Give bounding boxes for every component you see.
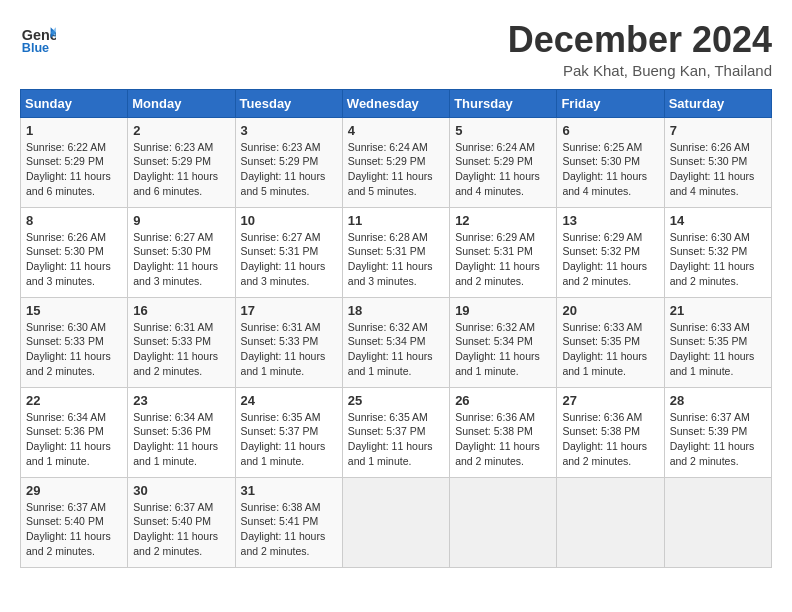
cell-info: Sunrise: 6:24 AMSunset: 5:29 PMDaylight:…	[348, 141, 433, 197]
calendar-cell: 5 Sunrise: 6:24 AMSunset: 5:29 PMDayligh…	[450, 117, 557, 207]
calendar-cell: 21 Sunrise: 6:33 AMSunset: 5:35 PMDaylig…	[664, 297, 771, 387]
title-block: December 2024 Pak Khat, Bueng Kan, Thail…	[508, 20, 772, 79]
day-number: 15	[26, 303, 122, 318]
page-header: General Blue December 2024 Pak Khat, Bue…	[20, 20, 772, 79]
day-header-monday: Monday	[128, 89, 235, 117]
calendar-cell	[342, 477, 449, 567]
day-number: 7	[670, 123, 766, 138]
calendar-week-4: 22 Sunrise: 6:34 AMSunset: 5:36 PMDaylig…	[21, 387, 772, 477]
month-title: December 2024	[508, 20, 772, 60]
calendar-table: SundayMondayTuesdayWednesdayThursdayFrid…	[20, 89, 772, 568]
calendar-cell: 3 Sunrise: 6:23 AMSunset: 5:29 PMDayligh…	[235, 117, 342, 207]
cell-info: Sunrise: 6:31 AMSunset: 5:33 PMDaylight:…	[241, 321, 326, 377]
calendar-cell: 22 Sunrise: 6:34 AMSunset: 5:36 PMDaylig…	[21, 387, 128, 477]
day-header-sunday: Sunday	[21, 89, 128, 117]
day-number: 8	[26, 213, 122, 228]
calendar-week-1: 1 Sunrise: 6:22 AMSunset: 5:29 PMDayligh…	[21, 117, 772, 207]
cell-info: Sunrise: 6:26 AMSunset: 5:30 PMDaylight:…	[26, 231, 111, 287]
calendar-cell: 7 Sunrise: 6:26 AMSunset: 5:30 PMDayligh…	[664, 117, 771, 207]
calendar-cell	[664, 477, 771, 567]
day-number: 23	[133, 393, 229, 408]
calendar-cell: 25 Sunrise: 6:35 AMSunset: 5:37 PMDaylig…	[342, 387, 449, 477]
day-number: 29	[26, 483, 122, 498]
svg-text:Blue: Blue	[22, 41, 49, 55]
cell-info: Sunrise: 6:36 AMSunset: 5:38 PMDaylight:…	[562, 411, 647, 467]
cell-info: Sunrise: 6:27 AMSunset: 5:31 PMDaylight:…	[241, 231, 326, 287]
day-header-saturday: Saturday	[664, 89, 771, 117]
cell-info: Sunrise: 6:22 AMSunset: 5:29 PMDaylight:…	[26, 141, 111, 197]
day-number: 26	[455, 393, 551, 408]
cell-info: Sunrise: 6:29 AMSunset: 5:32 PMDaylight:…	[562, 231, 647, 287]
calendar-cell: 19 Sunrise: 6:32 AMSunset: 5:34 PMDaylig…	[450, 297, 557, 387]
day-number: 20	[562, 303, 658, 318]
day-number: 11	[348, 213, 444, 228]
day-number: 17	[241, 303, 337, 318]
cell-info: Sunrise: 6:24 AMSunset: 5:29 PMDaylight:…	[455, 141, 540, 197]
day-number: 13	[562, 213, 658, 228]
cell-info: Sunrise: 6:34 AMSunset: 5:36 PMDaylight:…	[26, 411, 111, 467]
cell-info: Sunrise: 6:36 AMSunset: 5:38 PMDaylight:…	[455, 411, 540, 467]
calendar-cell: 26 Sunrise: 6:36 AMSunset: 5:38 PMDaylig…	[450, 387, 557, 477]
cell-info: Sunrise: 6:23 AMSunset: 5:29 PMDaylight:…	[241, 141, 326, 197]
day-number: 3	[241, 123, 337, 138]
location: Pak Khat, Bueng Kan, Thailand	[508, 62, 772, 79]
day-number: 2	[133, 123, 229, 138]
calendar-cell: 28 Sunrise: 6:37 AMSunset: 5:39 PMDaylig…	[664, 387, 771, 477]
calendar-cell	[557, 477, 664, 567]
day-number: 27	[562, 393, 658, 408]
cell-info: Sunrise: 6:31 AMSunset: 5:33 PMDaylight:…	[133, 321, 218, 377]
day-number: 9	[133, 213, 229, 228]
day-number: 28	[670, 393, 766, 408]
calendar-cell: 6 Sunrise: 6:25 AMSunset: 5:30 PMDayligh…	[557, 117, 664, 207]
cell-info: Sunrise: 6:28 AMSunset: 5:31 PMDaylight:…	[348, 231, 433, 287]
day-number: 31	[241, 483, 337, 498]
day-number: 22	[26, 393, 122, 408]
day-header-wednesday: Wednesday	[342, 89, 449, 117]
day-number: 4	[348, 123, 444, 138]
day-number: 5	[455, 123, 551, 138]
day-number: 14	[670, 213, 766, 228]
cell-info: Sunrise: 6:33 AMSunset: 5:35 PMDaylight:…	[562, 321, 647, 377]
day-number: 25	[348, 393, 444, 408]
calendar-cell: 24 Sunrise: 6:35 AMSunset: 5:37 PMDaylig…	[235, 387, 342, 477]
calendar-cell: 8 Sunrise: 6:26 AMSunset: 5:30 PMDayligh…	[21, 207, 128, 297]
day-number: 12	[455, 213, 551, 228]
calendar-week-5: 29 Sunrise: 6:37 AMSunset: 5:40 PMDaylig…	[21, 477, 772, 567]
day-number: 10	[241, 213, 337, 228]
calendar-cell: 20 Sunrise: 6:33 AMSunset: 5:35 PMDaylig…	[557, 297, 664, 387]
cell-info: Sunrise: 6:30 AMSunset: 5:32 PMDaylight:…	[670, 231, 755, 287]
cell-info: Sunrise: 6:37 AMSunset: 5:40 PMDaylight:…	[26, 501, 111, 557]
calendar-cell: 29 Sunrise: 6:37 AMSunset: 5:40 PMDaylig…	[21, 477, 128, 567]
calendar-cell: 18 Sunrise: 6:32 AMSunset: 5:34 PMDaylig…	[342, 297, 449, 387]
day-number: 30	[133, 483, 229, 498]
calendar-cell: 2 Sunrise: 6:23 AMSunset: 5:29 PMDayligh…	[128, 117, 235, 207]
calendar-cell: 12 Sunrise: 6:29 AMSunset: 5:31 PMDaylig…	[450, 207, 557, 297]
cell-info: Sunrise: 6:29 AMSunset: 5:31 PMDaylight:…	[455, 231, 540, 287]
day-number: 21	[670, 303, 766, 318]
logo: General Blue	[20, 20, 56, 56]
calendar-cell: 16 Sunrise: 6:31 AMSunset: 5:33 PMDaylig…	[128, 297, 235, 387]
day-header-thursday: Thursday	[450, 89, 557, 117]
calendar-week-2: 8 Sunrise: 6:26 AMSunset: 5:30 PMDayligh…	[21, 207, 772, 297]
day-number: 24	[241, 393, 337, 408]
cell-info: Sunrise: 6:37 AMSunset: 5:39 PMDaylight:…	[670, 411, 755, 467]
cell-info: Sunrise: 6:38 AMSunset: 5:41 PMDaylight:…	[241, 501, 326, 557]
day-number: 18	[348, 303, 444, 318]
calendar-cell: 11 Sunrise: 6:28 AMSunset: 5:31 PMDaylig…	[342, 207, 449, 297]
calendar-cell	[450, 477, 557, 567]
cell-info: Sunrise: 6:35 AMSunset: 5:37 PMDaylight:…	[241, 411, 326, 467]
calendar-cell: 31 Sunrise: 6:38 AMSunset: 5:41 PMDaylig…	[235, 477, 342, 567]
day-number: 1	[26, 123, 122, 138]
day-number: 16	[133, 303, 229, 318]
cell-info: Sunrise: 6:23 AMSunset: 5:29 PMDaylight:…	[133, 141, 218, 197]
cell-info: Sunrise: 6:26 AMSunset: 5:30 PMDaylight:…	[670, 141, 755, 197]
day-header-friday: Friday	[557, 89, 664, 117]
calendar-cell: 17 Sunrise: 6:31 AMSunset: 5:33 PMDaylig…	[235, 297, 342, 387]
cell-info: Sunrise: 6:34 AMSunset: 5:36 PMDaylight:…	[133, 411, 218, 467]
day-header-tuesday: Tuesday	[235, 89, 342, 117]
day-number: 19	[455, 303, 551, 318]
calendar-cell: 27 Sunrise: 6:36 AMSunset: 5:38 PMDaylig…	[557, 387, 664, 477]
cell-info: Sunrise: 6:25 AMSunset: 5:30 PMDaylight:…	[562, 141, 647, 197]
calendar-cell: 15 Sunrise: 6:30 AMSunset: 5:33 PMDaylig…	[21, 297, 128, 387]
cell-info: Sunrise: 6:35 AMSunset: 5:37 PMDaylight:…	[348, 411, 433, 467]
